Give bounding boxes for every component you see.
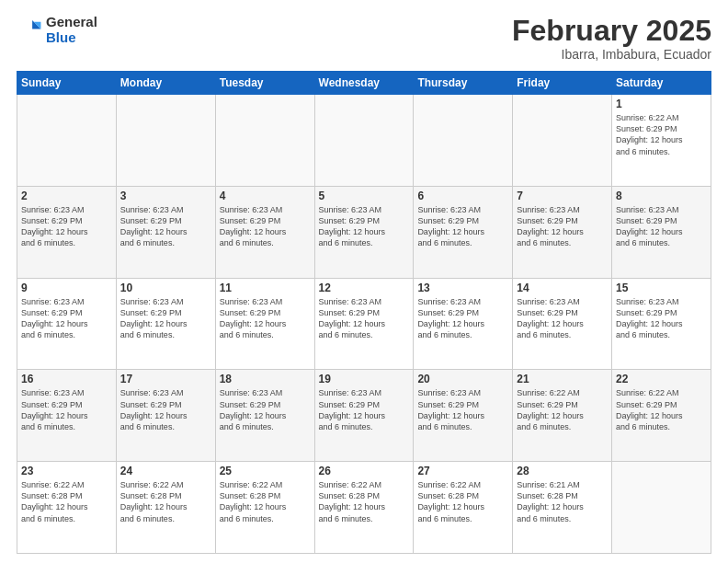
day-number: 13 bbox=[417, 282, 508, 294]
col-monday: Monday bbox=[116, 72, 215, 95]
day-info: Sunrise: 6:23 AM Sunset: 6:29 PM Dayligh… bbox=[120, 204, 211, 249]
table-cell: 22Sunrise: 6:22 AM Sunset: 6:29 PM Dayli… bbox=[612, 370, 711, 462]
calendar-table: Sunday Monday Tuesday Wednesday Thursday… bbox=[17, 71, 711, 554]
day-number: 4 bbox=[220, 190, 311, 202]
day-info: Sunrise: 6:23 AM Sunset: 6:29 PM Dayligh… bbox=[319, 387, 410, 432]
day-number: 23 bbox=[21, 465, 112, 477]
table-cell: 6Sunrise: 6:23 AM Sunset: 6:29 PM Daylig… bbox=[414, 186, 513, 278]
day-info: Sunrise: 6:22 AM Sunset: 6:28 PM Dayligh… bbox=[120, 479, 211, 524]
table-cell: 13Sunrise: 6:23 AM Sunset: 6:29 PM Dayli… bbox=[414, 278, 513, 370]
calendar-header-row: Sunday Monday Tuesday Wednesday Thursday… bbox=[17, 72, 711, 95]
day-info: Sunrise: 6:22 AM Sunset: 6:28 PM Dayligh… bbox=[417, 479, 508, 524]
table-cell: 21Sunrise: 6:22 AM Sunset: 6:29 PM Dayli… bbox=[513, 370, 612, 462]
day-number: 1 bbox=[616, 98, 707, 110]
day-info: Sunrise: 6:23 AM Sunset: 6:29 PM Dayligh… bbox=[220, 387, 311, 432]
day-number: 28 bbox=[517, 465, 608, 477]
table-cell bbox=[116, 95, 215, 187]
day-info: Sunrise: 6:22 AM Sunset: 6:28 PM Dayligh… bbox=[220, 479, 311, 524]
day-info: Sunrise: 6:23 AM Sunset: 6:29 PM Dayligh… bbox=[319, 296, 410, 341]
day-info: Sunrise: 6:23 AM Sunset: 6:29 PM Dayligh… bbox=[21, 204, 112, 249]
day-info: Sunrise: 6:23 AM Sunset: 6:29 PM Dayligh… bbox=[120, 387, 211, 432]
day-info: Sunrise: 6:23 AM Sunset: 6:29 PM Dayligh… bbox=[21, 387, 112, 432]
table-cell: 7Sunrise: 6:23 AM Sunset: 6:29 PM Daylig… bbox=[513, 186, 612, 278]
col-saturday: Saturday bbox=[612, 72, 711, 95]
table-cell: 9Sunrise: 6:23 AM Sunset: 6:29 PM Daylig… bbox=[17, 278, 117, 370]
day-number: 21 bbox=[517, 373, 608, 385]
day-number: 12 bbox=[319, 282, 410, 294]
day-info: Sunrise: 6:23 AM Sunset: 6:29 PM Dayligh… bbox=[21, 296, 112, 341]
day-number: 16 bbox=[21, 373, 112, 385]
table-cell: 17Sunrise: 6:23 AM Sunset: 6:29 PM Dayli… bbox=[116, 370, 215, 462]
day-number: 8 bbox=[616, 190, 707, 202]
table-cell: 25Sunrise: 6:22 AM Sunset: 6:28 PM Dayli… bbox=[215, 462, 314, 554]
day-number: 5 bbox=[319, 190, 410, 202]
col-wednesday: Wednesday bbox=[314, 72, 414, 95]
col-friday: Friday bbox=[513, 72, 612, 95]
day-number: 19 bbox=[319, 373, 410, 385]
table-cell: 1Sunrise: 6:22 AM Sunset: 6:29 PM Daylig… bbox=[612, 95, 711, 187]
day-number: 18 bbox=[220, 373, 311, 385]
table-cell: 18Sunrise: 6:23 AM Sunset: 6:29 PM Dayli… bbox=[215, 370, 314, 462]
day-info: Sunrise: 6:23 AM Sunset: 6:29 PM Dayligh… bbox=[220, 296, 311, 341]
day-info: Sunrise: 6:23 AM Sunset: 6:29 PM Dayligh… bbox=[417, 296, 508, 341]
logo-icon bbox=[17, 17, 42, 43]
table-cell: 26Sunrise: 6:22 AM Sunset: 6:28 PM Dayli… bbox=[314, 462, 414, 554]
table-cell: 8Sunrise: 6:23 AM Sunset: 6:29 PM Daylig… bbox=[612, 186, 711, 278]
day-number: 17 bbox=[120, 373, 211, 385]
day-number: 15 bbox=[616, 282, 707, 294]
table-cell: 14Sunrise: 6:23 AM Sunset: 6:29 PM Dayli… bbox=[513, 278, 612, 370]
table-cell: 2Sunrise: 6:23 AM Sunset: 6:29 PM Daylig… bbox=[17, 186, 117, 278]
day-info: Sunrise: 6:22 AM Sunset: 6:29 PM Dayligh… bbox=[517, 387, 608, 432]
day-info: Sunrise: 6:23 AM Sunset: 6:29 PM Dayligh… bbox=[616, 296, 707, 341]
table-cell bbox=[215, 95, 314, 187]
day-info: Sunrise: 6:23 AM Sunset: 6:29 PM Dayligh… bbox=[417, 387, 508, 432]
table-cell: 11Sunrise: 6:23 AM Sunset: 6:29 PM Dayli… bbox=[215, 278, 314, 370]
table-cell: 12Sunrise: 6:23 AM Sunset: 6:29 PM Dayli… bbox=[314, 278, 414, 370]
table-cell bbox=[513, 95, 612, 187]
day-info: Sunrise: 6:23 AM Sunset: 6:29 PM Dayligh… bbox=[517, 296, 608, 341]
day-number: 14 bbox=[517, 282, 608, 294]
table-cell: 3Sunrise: 6:23 AM Sunset: 6:29 PM Daylig… bbox=[116, 186, 215, 278]
location: Ibarra, Imbabura, Ecuador bbox=[512, 47, 711, 62]
day-info: Sunrise: 6:22 AM Sunset: 6:28 PM Dayligh… bbox=[319, 479, 410, 524]
table-cell: 20Sunrise: 6:23 AM Sunset: 6:29 PM Dayli… bbox=[414, 370, 513, 462]
col-thursday: Thursday bbox=[414, 72, 513, 95]
table-cell: 19Sunrise: 6:23 AM Sunset: 6:29 PM Dayli… bbox=[314, 370, 414, 462]
calendar-row: 9Sunrise: 6:23 AM Sunset: 6:29 PM Daylig… bbox=[17, 278, 711, 370]
table-cell: 10Sunrise: 6:23 AM Sunset: 6:29 PM Dayli… bbox=[116, 278, 215, 370]
table-cell: 16Sunrise: 6:23 AM Sunset: 6:29 PM Dayli… bbox=[17, 370, 117, 462]
day-info: Sunrise: 6:23 AM Sunset: 6:29 PM Dayligh… bbox=[417, 204, 508, 249]
table-cell: 27Sunrise: 6:22 AM Sunset: 6:28 PM Dayli… bbox=[414, 462, 513, 554]
logo: General Blue bbox=[17, 15, 97, 45]
day-number: 6 bbox=[417, 190, 508, 202]
table-cell: 24Sunrise: 6:22 AM Sunset: 6:28 PM Dayli… bbox=[116, 462, 215, 554]
day-number: 9 bbox=[21, 282, 112, 294]
day-info: Sunrise: 6:22 AM Sunset: 6:28 PM Dayligh… bbox=[21, 479, 112, 524]
day-number: 22 bbox=[616, 373, 707, 385]
day-number: 7 bbox=[517, 190, 608, 202]
table-cell: 4Sunrise: 6:23 AM Sunset: 6:29 PM Daylig… bbox=[215, 186, 314, 278]
table-cell: 5Sunrise: 6:23 AM Sunset: 6:29 PM Daylig… bbox=[314, 186, 414, 278]
day-info: Sunrise: 6:22 AM Sunset: 6:29 PM Dayligh… bbox=[616, 112, 707, 157]
day-info: Sunrise: 6:23 AM Sunset: 6:29 PM Dayligh… bbox=[120, 296, 211, 341]
calendar-row: 23Sunrise: 6:22 AM Sunset: 6:28 PM Dayli… bbox=[17, 462, 711, 554]
table-cell bbox=[17, 95, 117, 187]
table-cell bbox=[414, 95, 513, 187]
col-sunday: Sunday bbox=[17, 72, 117, 95]
day-number: 24 bbox=[120, 465, 211, 477]
calendar-row: 2Sunrise: 6:23 AM Sunset: 6:29 PM Daylig… bbox=[17, 186, 711, 278]
day-number: 3 bbox=[120, 190, 211, 202]
day-info: Sunrise: 6:23 AM Sunset: 6:29 PM Dayligh… bbox=[616, 204, 707, 249]
col-tuesday: Tuesday bbox=[215, 72, 314, 95]
table-cell: 28Sunrise: 6:21 AM Sunset: 6:28 PM Dayli… bbox=[513, 462, 612, 554]
day-info: Sunrise: 6:23 AM Sunset: 6:29 PM Dayligh… bbox=[319, 204, 410, 249]
day-info: Sunrise: 6:22 AM Sunset: 6:29 PM Dayligh… bbox=[616, 387, 707, 432]
day-info: Sunrise: 6:23 AM Sunset: 6:29 PM Dayligh… bbox=[220, 204, 311, 249]
day-number: 26 bbox=[319, 465, 410, 477]
day-info: Sunrise: 6:21 AM Sunset: 6:28 PM Dayligh… bbox=[517, 479, 608, 524]
day-number: 10 bbox=[120, 282, 211, 294]
day-number: 2 bbox=[21, 190, 112, 202]
table-cell: 23Sunrise: 6:22 AM Sunset: 6:28 PM Dayli… bbox=[17, 462, 117, 554]
day-number: 27 bbox=[417, 465, 508, 477]
calendar-row: 16Sunrise: 6:23 AM Sunset: 6:29 PM Dayli… bbox=[17, 370, 711, 462]
